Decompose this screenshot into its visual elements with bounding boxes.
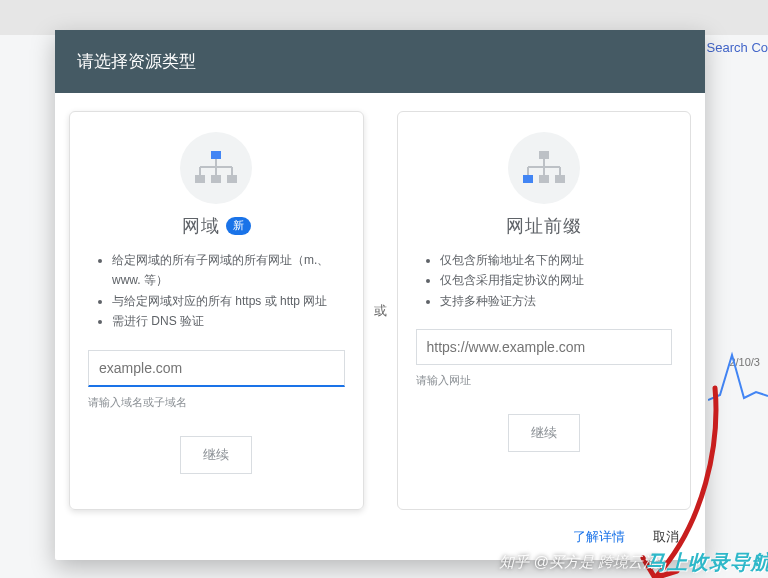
url-prefix-continue-button[interactable]: 继续 — [508, 414, 580, 452]
domain-sitemap-icon — [180, 132, 252, 204]
dialog-body: 网域 新 给定网域的所有子网域的所有网址（m.、www. 等） 与给定网域对应的… — [55, 93, 705, 518]
url-prefix-property-card[interactable]: 网址前缀 仅包含所输地址名下的网址 仅包含采用指定协议的网址 支持多种验证方法 … — [397, 111, 692, 510]
list-item: 给定网域的所有子网域的所有网址（m.、www. 等） — [112, 250, 345, 291]
url-prefix-input-helper: 请输入网址 — [416, 373, 673, 388]
cancel-button[interactable]: 取消 — [653, 528, 679, 546]
or-separator: 或 — [364, 302, 397, 320]
domain-title-row: 网域 新 — [182, 214, 251, 238]
background-search-console-label: Search Co — [707, 40, 768, 55]
url-prefix-input[interactable] — [416, 329, 673, 365]
svg-rect-17 — [555, 175, 565, 183]
domain-feature-list: 给定网域的所有子网域的所有网址（m.、www. 等） 与给定网域对应的所有 ht… — [88, 250, 345, 332]
domain-property-card[interactable]: 网域 新 给定网域的所有子网域的所有网址（m.、www. 等） 与给定网域对应的… — [69, 111, 364, 510]
new-badge: 新 — [226, 217, 251, 234]
domain-continue-button[interactable]: 继续 — [180, 436, 252, 474]
svg-rect-15 — [523, 175, 533, 183]
svg-rect-0 — [211, 151, 221, 159]
svg-rect-7 — [211, 175, 221, 183]
list-item: 仅包含采用指定协议的网址 — [440, 270, 673, 290]
dialog-footer: 了解详情 取消 — [55, 518, 705, 560]
list-item: 仅包含所输地址名下的网址 — [440, 250, 673, 270]
domain-input-helper: 请输入域名或子域名 — [88, 395, 345, 410]
property-type-dialog: 请选择资源类型 网域 新 — [55, 30, 705, 560]
svg-rect-9 — [539, 151, 549, 159]
dialog-title: 请选择资源类型 — [55, 30, 705, 93]
list-item: 支持多种验证方法 — [440, 291, 673, 311]
svg-rect-8 — [227, 175, 237, 183]
url-prefix-sitemap-icon — [508, 132, 580, 204]
url-prefix-feature-list: 仅包含所输地址名下的网址 仅包含采用指定协议的网址 支持多种验证方法 — [416, 250, 673, 311]
domain-input[interactable] — [88, 350, 345, 387]
learn-more-link[interactable]: 了解详情 — [573, 528, 625, 546]
url-prefix-input-wrap: 请输入网址 — [416, 329, 673, 388]
url-prefix-card-title: 网址前缀 — [506, 214, 582, 238]
background-sparkline — [708, 300, 768, 420]
list-item: 与给定网域对应的所有 https 或 http 网址 — [112, 291, 345, 311]
list-item: 需进行 DNS 验证 — [112, 311, 345, 331]
domain-card-title: 网域 — [182, 214, 220, 238]
url-prefix-title-row: 网址前缀 — [506, 214, 582, 238]
domain-input-wrap: 请输入域名或子域名 — [88, 350, 345, 410]
svg-rect-16 — [539, 175, 549, 183]
svg-rect-6 — [195, 175, 205, 183]
